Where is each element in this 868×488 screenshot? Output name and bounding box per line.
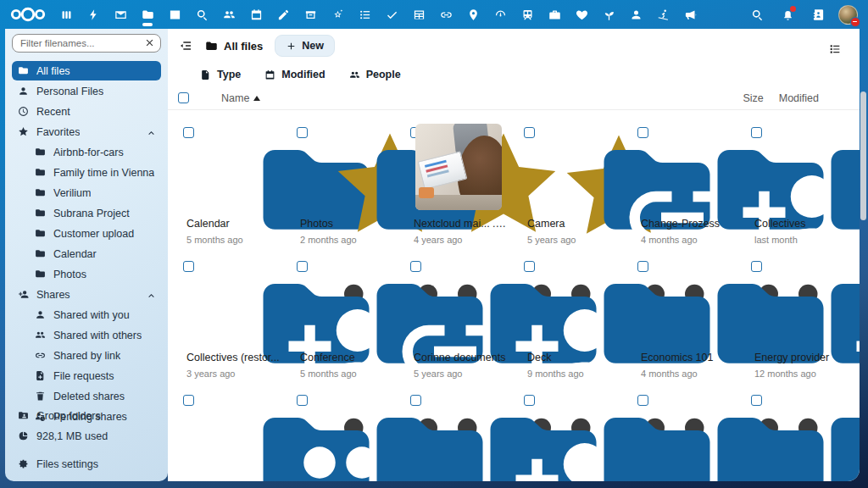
sidebar-item-shares[interactable]: Shares bbox=[12, 285, 161, 304]
file-tile[interactable]: Collectives (restor...3 years ago bbox=[175, 252, 288, 386]
heart-icon[interactable] bbox=[568, 0, 595, 29]
mail-icon[interactable] bbox=[107, 0, 134, 29]
sidebar-item-files-settings[interactable]: Files settings bbox=[12, 454, 161, 474]
sidebar-item-personal-files[interactable]: Personal Files bbox=[12, 81, 161, 101]
filter-chip-type[interactable]: Type bbox=[200, 69, 241, 80]
chevron-up-icon[interactable] bbox=[146, 127, 155, 136]
file-tile[interactable]: Photos2 months ago bbox=[288, 119, 402, 252]
person-icon[interactable] bbox=[622, 0, 649, 29]
file-tile[interactable]: Camera5 years ago bbox=[515, 119, 629, 252]
sidebar-item-favorites[interactable]: Favorites bbox=[12, 122, 161, 141]
file-actions-menu-icon[interactable] bbox=[832, 230, 846, 245]
file-actions-menu-icon[interactable] bbox=[718, 230, 732, 245]
file-tile[interactable] bbox=[515, 386, 629, 481]
file-modified-date: 5 years ago bbox=[527, 235, 576, 245]
sidebar-item-subrana-project[interactable]: Subrana Project bbox=[12, 203, 161, 223]
filter-clear-icon[interactable] bbox=[144, 37, 155, 48]
magnify-icon[interactable] bbox=[188, 0, 215, 29]
group-icon[interactable] bbox=[215, 0, 242, 29]
train-icon[interactable] bbox=[514, 0, 541, 29]
size-column-header[interactable]: Size bbox=[743, 92, 763, 104]
file-tile[interactable] bbox=[402, 386, 515, 481]
file-tile[interactable]: Conference5 months ago bbox=[288, 252, 402, 386]
sidebar-item-shared-by-link[interactable]: Shared by link bbox=[12, 346, 161, 365]
view-toggle-list-button[interactable] bbox=[824, 38, 846, 60]
link-icon[interactable] bbox=[432, 0, 459, 29]
file-actions-menu-icon[interactable] bbox=[832, 364, 846, 379]
gauge-icon[interactable] bbox=[487, 0, 514, 29]
star-sparkle-icon[interactable] bbox=[324, 0, 351, 29]
file-actions-menu-icon[interactable] bbox=[491, 230, 505, 245]
file-actions-menu-icon[interactable] bbox=[491, 364, 505, 379]
file-tile[interactable] bbox=[743, 386, 856, 481]
contacts-menu-icon[interactable] bbox=[808, 4, 828, 25]
filter-filenames-input[interactable] bbox=[12, 34, 161, 53]
calendar-icon[interactable] bbox=[242, 0, 270, 29]
sidebar-item-group-folders[interactable]: Group folders bbox=[12, 406, 161, 425]
sprout-icon[interactable] bbox=[595, 0, 622, 29]
archive-icon[interactable] bbox=[297, 0, 324, 29]
sidebar-item-photos[interactable]: Photos bbox=[12, 264, 161, 284]
file-tile[interactable]: Energy provider12 months ago bbox=[743, 252, 856, 386]
sidebar-item-shared-with-others[interactable]: Shared with others bbox=[12, 325, 161, 345]
sidebar-item-all-files[interactable]: All files bbox=[12, 61, 161, 80]
file-tile[interactable]: Deck9 months ago bbox=[515, 252, 629, 386]
file-actions-menu-icon[interactable] bbox=[377, 230, 392, 245]
file-modified-date: last month bbox=[754, 235, 798, 245]
file-tile[interactable]: Nextcloud mai... .jpg4 years ago bbox=[402, 119, 515, 252]
sidebar-item-deleted-shares[interactable]: Deleted shares bbox=[12, 386, 161, 406]
briefcase-icon[interactable] bbox=[541, 0, 568, 29]
vertical-scrollbar[interactable] bbox=[860, 92, 866, 220]
bars-icon[interactable] bbox=[53, 0, 80, 29]
list-icon[interactable] bbox=[351, 0, 378, 29]
file-tile[interactable]: Collectiveslast month bbox=[743, 119, 856, 252]
sidebar-item-shared-with-you[interactable]: Shared with you bbox=[12, 305, 161, 324]
select-all-checkbox[interactable] bbox=[178, 92, 189, 103]
sidebar-item-calendar[interactable]: Calendar bbox=[12, 244, 161, 263]
pencil-icon[interactable] bbox=[270, 0, 297, 29]
sidebar-item-family-time-in-vienna[interactable]: Family time in Vienna bbox=[12, 163, 161, 182]
ski-icon[interactable] bbox=[649, 0, 676, 29]
file-tile[interactable] bbox=[629, 386, 743, 481]
file-tile[interactable]: Corinne documents5 years ago bbox=[402, 252, 515, 386]
file-actions-menu-icon[interactable] bbox=[604, 230, 619, 245]
notifications-icon[interactable] bbox=[777, 4, 798, 25]
file-tile[interactable]: Calendar5 months ago bbox=[175, 119, 288, 252]
image-icon[interactable] bbox=[161, 0, 188, 29]
chevron-up-icon[interactable] bbox=[146, 290, 155, 299]
check-icon[interactable] bbox=[378, 0, 405, 29]
file-actions-menu-icon[interactable] bbox=[604, 364, 619, 379]
folder-icon bbox=[35, 147, 46, 158]
file-actions-menu-icon[interactable] bbox=[718, 364, 732, 379]
group-icon bbox=[35, 330, 46, 341]
file-tile[interactable] bbox=[288, 386, 402, 481]
sidebar-item-928-1-mb-used[interactable]: 928,1 MB used bbox=[12, 426, 161, 446]
file-tile[interactable]: Economics 1014 months ago bbox=[629, 252, 743, 386]
file-actions-menu-icon[interactable] bbox=[264, 230, 278, 245]
bolt-icon[interactable] bbox=[80, 0, 107, 29]
filter-chip-people[interactable]: People bbox=[349, 69, 401, 80]
avatar[interactable] bbox=[838, 5, 858, 25]
sort-by-name-header[interactable]: Name bbox=[221, 92, 260, 104]
file-actions-menu-icon[interactable] bbox=[264, 364, 278, 379]
filter-chip-modified[interactable]: Modified bbox=[264, 69, 325, 80]
sidebar-nav: All filesPersonal FilesRecentFavoritesAi… bbox=[5, 61, 168, 426]
search-icon[interactable] bbox=[747, 4, 767, 25]
modified-column-header[interactable]: Modified bbox=[779, 92, 819, 104]
file-actions-menu-icon[interactable] bbox=[377, 364, 392, 379]
megaphone-icon[interactable] bbox=[676, 0, 704, 29]
sidebar-item-recent[interactable]: Recent bbox=[12, 102, 161, 121]
breadcrumb[interactable]: All files bbox=[205, 40, 263, 53]
file-tile[interactable]: Change-Prozess4 months ago bbox=[629, 119, 743, 252]
map-pin-icon[interactable] bbox=[459, 0, 487, 29]
table-icon[interactable] bbox=[405, 0, 432, 29]
new-button[interactable]: New bbox=[275, 35, 335, 57]
sidebar-item-verilium[interactable]: Verilium bbox=[12, 183, 161, 202]
sidebar-item-file-requests[interactable]: File requests bbox=[12, 366, 161, 385]
file-tile[interactable] bbox=[175, 386, 288, 481]
sidebar-item-customer-upload[interactable]: Customer upload bbox=[12, 224, 161, 243]
collapse-sidebar-button[interactable] bbox=[175, 35, 197, 57]
sidebar-item-airbnb-for-cars[interactable]: Airbnb-for-cars bbox=[12, 142, 161, 162]
nextcloud-logo-icon[interactable] bbox=[8, 5, 47, 24]
folder-icon[interactable] bbox=[134, 0, 161, 29]
